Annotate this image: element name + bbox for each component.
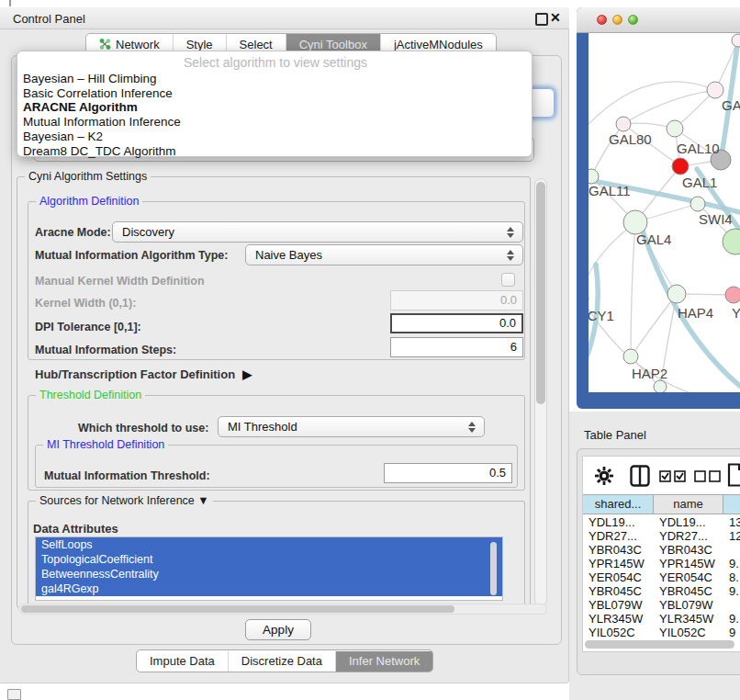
table-cell: YLR345W bbox=[583, 612, 654, 626]
network-node[interactable] bbox=[654, 380, 667, 392]
collapsed-panel-icon[interactable] bbox=[7, 689, 21, 700]
close-traffic-light[interactable] bbox=[597, 15, 607, 25]
network-node[interactable] bbox=[723, 229, 740, 254]
network-node-label: GAL11 bbox=[589, 183, 631, 198]
algorithm-option[interactable]: Mutual Information Inference bbox=[23, 115, 528, 130]
control-panel-titlebar[interactable] bbox=[0, 7, 569, 29]
network-node-gal11[interactable] bbox=[589, 169, 599, 184]
expand-right-icon: ▶ bbox=[242, 367, 252, 381]
dpi-tolerance-field[interactable]: 0.0 bbox=[390, 313, 523, 333]
data-attribute-item[interactable]: BetweennessCentrality bbox=[36, 567, 502, 581]
minimize-traffic-light[interactable] bbox=[612, 15, 622, 25]
window-edge-notch bbox=[9, 0, 11, 6]
network-node-gal[interactable] bbox=[707, 82, 723, 98]
table-row[interactable]: YER054CYER054C8. bbox=[583, 570, 740, 584]
attributes-list-scrollbar[interactable] bbox=[490, 542, 497, 595]
table-row[interactable]: YDL19...YDL19...13 bbox=[583, 515, 740, 529]
manual-kernel-checkbox[interactable] bbox=[501, 273, 515, 287]
deselect-checkboxes-icon[interactable] bbox=[694, 470, 722, 482]
algorithm-option[interactable]: Dream8 DC_TDC Algorithm bbox=[23, 144, 528, 159]
table-cell: YIL052C bbox=[654, 626, 723, 639]
bottom-tab-impute-data[interactable]: Impute Data bbox=[137, 651, 229, 672]
float-window-icon[interactable] bbox=[535, 13, 548, 26]
network-node-label: GCY1 bbox=[589, 308, 614, 323]
split-columns-icon[interactable] bbox=[630, 465, 650, 487]
network-graph: GALGAL80GAL10GAL1GAL11GAL4SWI4HAP4YGCY1H… bbox=[589, 33, 740, 392]
aracne-mode-select[interactable]: Discovery bbox=[112, 221, 523, 243]
bottom-tab-discretize-data[interactable]: Discretize Data bbox=[229, 651, 336, 672]
table-cell: 9. bbox=[723, 584, 740, 598]
mi-steps-label: Mutual Information Steps: bbox=[35, 344, 176, 356]
bottom-tab-infer-network[interactable]: Infer Network bbox=[336, 651, 432, 672]
hub-section-label: Hub/Transcription Factor Definition bbox=[35, 367, 235, 381]
algorithm-dropdown-popup: Select algorithm to view settings Bayesi… bbox=[17, 51, 533, 157]
network-node-gal10[interactable] bbox=[667, 120, 683, 137]
network-node-gal1[interactable] bbox=[672, 158, 689, 175]
table-cell: 9. bbox=[723, 612, 740, 626]
table-cell bbox=[723, 598, 740, 612]
algorithm-option[interactable]: Bayesian – K2 bbox=[23, 130, 528, 144]
network-canvas[interactable]: GALGAL80GAL10GAL1GAL11GAL4SWI4HAP4YGCY1H… bbox=[589, 33, 740, 392]
bottom-tabbar: Impute DataDiscretize DataInfer Network bbox=[136, 649, 433, 672]
algorithm-option[interactable]: Bayesian – Hill Climbing bbox=[23, 72, 528, 86]
network-node-gal80[interactable] bbox=[616, 117, 631, 131]
network-node-label: SWI4 bbox=[699, 211, 733, 227]
hub-section-toggle[interactable]: Hub/Transcription Factor Definition▶ bbox=[35, 367, 252, 381]
network-node-label: GAL80 bbox=[609, 131, 652, 147]
settings-scrollbar-thumb[interactable] bbox=[536, 182, 545, 404]
table-row[interactable]: YBL079WYBL079W bbox=[583, 598, 740, 612]
table-toolbar bbox=[582, 457, 740, 492]
dpi-tolerance-label: DPI Tolerance [0,1]: bbox=[35, 321, 141, 333]
column-header-2[interactable]: name bbox=[654, 494, 723, 514]
sources-group-title[interactable]: Sources for Network Inference ▼ bbox=[36, 494, 213, 507]
gear-icon[interactable] bbox=[595, 467, 613, 485]
table-cell: YPR145W bbox=[583, 557, 654, 570]
mi-steps-field[interactable]: 6 bbox=[390, 337, 523, 357]
zoom-traffic-light[interactable] bbox=[628, 15, 638, 25]
network-node-y[interactable] bbox=[725, 287, 740, 303]
apply-button[interactable]: Apply bbox=[245, 619, 311, 640]
network-node-hap4[interactable] bbox=[667, 285, 686, 303]
settings-hscrollbar-thumb[interactable] bbox=[21, 605, 454, 613]
table-cell: YER054C bbox=[583, 570, 654, 584]
table-cell: YBR043C bbox=[583, 543, 654, 557]
file-icon[interactable] bbox=[727, 463, 740, 487]
table-cell: YBR043C bbox=[654, 543, 723, 557]
table-row[interactable]: YDR27...YDR27...12 bbox=[583, 529, 740, 543]
which-threshold-select[interactable]: MI Threshold bbox=[218, 416, 485, 437]
table-row[interactable]: YLR345WYLR345W9. bbox=[583, 612, 740, 626]
table-cell: YLR345W bbox=[654, 612, 723, 626]
close-icon[interactable]: ✕ bbox=[550, 10, 561, 25]
data-attribute-item[interactable]: TopologicalCoefficient bbox=[36, 552, 502, 567]
algorithm-option[interactable]: Basic Correlation Inference bbox=[23, 86, 528, 101]
mi-threshold-field[interactable]: 0.5 bbox=[384, 463, 512, 483]
data-attribute-item[interactable]: gal4RGexp bbox=[36, 581, 502, 596]
data-attributes-list[interactable]: SelfLoopsTopologicalCoefficientBetweenne… bbox=[35, 536, 503, 601]
mi-type-select[interactable]: Naive Bayes bbox=[245, 244, 523, 265]
table-hscrollbar-thumb[interactable] bbox=[585, 640, 734, 649]
select-all-checkboxes-icon[interactable] bbox=[659, 470, 687, 482]
table-row[interactable]: YPR145WYPR145W9. bbox=[583, 557, 740, 570]
network-node-swi4[interactable] bbox=[690, 197, 705, 211]
table-row[interactable]: YIL052CYIL052C9 bbox=[583, 626, 740, 639]
table-cell: YIL052C bbox=[583, 626, 654, 639]
kernel-width-field[interactable]: 0.0 bbox=[390, 290, 523, 310]
table-row[interactable]: YBR045CYBR045C9. bbox=[583, 584, 740, 598]
table-cell bbox=[723, 543, 740, 557]
network-node-hap2[interactable] bbox=[623, 349, 638, 364]
table-row[interactable]: YBR043CYBR043C bbox=[583, 543, 740, 557]
network-node-label: GAL1 bbox=[682, 175, 717, 190]
table-cell: 9 bbox=[723, 626, 740, 639]
table-panel-title: Table Panel bbox=[584, 428, 646, 442]
stepper-arrows-icon bbox=[507, 227, 514, 238]
network-node-label: Y bbox=[732, 305, 740, 321]
column-header-3[interactable]: A bbox=[723, 494, 740, 514]
aracne-mode-label: Aracne Mode: bbox=[35, 226, 111, 239]
data-attribute-item[interactable]: SelfLoops bbox=[36, 537, 502, 552]
which-threshold-value: MI Threshold bbox=[228, 420, 297, 434]
network-node[interactable] bbox=[732, 34, 740, 47]
network-node-label: GAL bbox=[722, 97, 740, 113]
collapse-down-icon: ▼ bbox=[197, 494, 208, 507]
algorithm-option[interactable]: ARACNE Algorithm bbox=[23, 100, 528, 115]
column-header-1[interactable]: shared... bbox=[583, 494, 654, 514]
